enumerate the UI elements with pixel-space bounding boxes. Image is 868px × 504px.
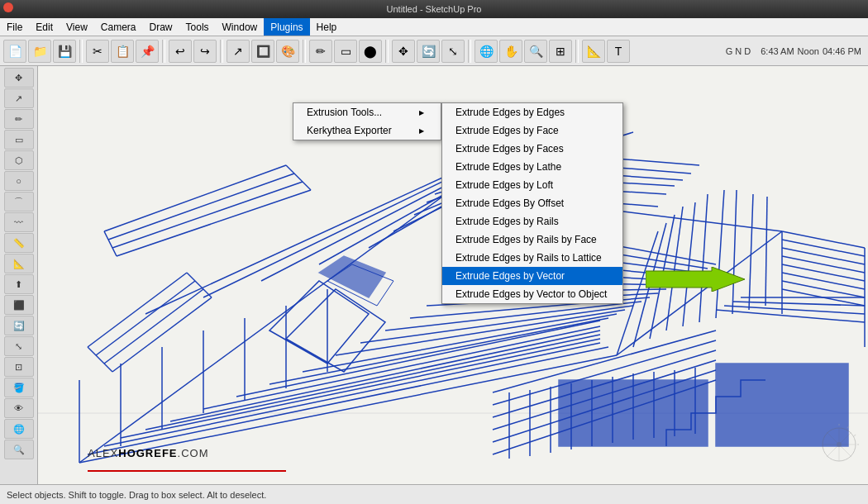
submenu-by-rails[interactable]: Extrude Edges by Rails bbox=[442, 212, 622, 231]
watermark-main: HOGREFE bbox=[118, 447, 177, 459]
submenu-by-faces[interactable]: Extrude Edges by Faces bbox=[442, 140, 622, 158]
toolbar-line[interactable]: ✏ bbox=[309, 40, 332, 63]
status-time2: Noon bbox=[798, 46, 819, 56]
toolbar-sep7 bbox=[575, 40, 579, 63]
toolbar-pan[interactable]: ✋ bbox=[499, 40, 522, 63]
tool-offset[interactable]: ⊡ bbox=[4, 357, 34, 377]
menu-draw[interactable]: Draw bbox=[143, 18, 179, 36]
watermark-prefix: ALEX bbox=[88, 447, 118, 459]
toolbar-undo[interactable]: ↩ bbox=[169, 40, 192, 63]
status-bar: Select objects. Shift to toggle. Drag to… bbox=[0, 484, 868, 504]
menu-help[interactable]: Help bbox=[310, 18, 344, 36]
submenu-by-loft[interactable]: Extrude Edges by Loft bbox=[442, 176, 622, 194]
toolbar-sep5 bbox=[385, 40, 389, 63]
submenu-by-lathe[interactable]: Extrude Edges by Lathe bbox=[442, 158, 622, 176]
toolbar-sep6 bbox=[468, 40, 471, 63]
toolbar-circle[interactable]: ⬤ bbox=[359, 40, 382, 63]
compass-watermark bbox=[818, 424, 860, 468]
plugins-dropdown[interactable]: Extrusion Tools... Kerkythea Exporter bbox=[293, 102, 441, 140]
tool-zoom[interactable]: 🔍 bbox=[4, 440, 34, 459]
menu-file[interactable]: File bbox=[0, 18, 29, 36]
tool-pencil[interactable]: ✏ bbox=[4, 109, 34, 129]
toolbar-sep4 bbox=[303, 40, 306, 63]
svg-line-117 bbox=[854, 435, 856, 436]
app-title: Untitled - SketchUp Pro bbox=[387, 4, 482, 14]
toolbar-paste[interactable]: 📌 bbox=[136, 40, 159, 63]
toolbar-rotate[interactable]: 🔄 bbox=[417, 40, 440, 63]
submenu-by-edges[interactable]: Extrude Edges by Edges bbox=[442, 103, 622, 121]
status-time1: 6:43 AM bbox=[761, 46, 794, 56]
tool-eye[interactable]: 👁 bbox=[4, 398, 34, 418]
watermark-suffix: .COM bbox=[178, 447, 209, 459]
tool-arrow[interactable]: ↗ bbox=[4, 88, 34, 108]
toolbar-text[interactable]: T bbox=[607, 40, 630, 63]
toolbar: 📄 📁 💾 ✂ 📋 📌 ↩ ↪ ↗ 🔲 🎨 ✏ ▭ ⬤ ✥ 🔄 ⤡ 🌐 ✋ 🔍 … bbox=[0, 36, 868, 66]
status-text: Select objects. Shift to toggle. Drag to… bbox=[7, 490, 266, 500]
toolbar-copy[interactable]: 📋 bbox=[111, 40, 134, 63]
menu-bar: File Edit View Camera Draw Tools Window … bbox=[0, 18, 868, 36]
toolbar-cut[interactable]: ✂ bbox=[86, 40, 109, 63]
submenu-by-vector[interactable]: Extrude Edges by Vector bbox=[442, 267, 622, 285]
tool-scale[interactable]: ⤡ bbox=[4, 336, 34, 356]
title-bar: Untitled - SketchUp Pro bbox=[0, 0, 868, 18]
watermark: ALEXHOGREFE.COM bbox=[88, 447, 209, 459]
tool-protractor[interactable]: 📐 bbox=[4, 254, 34, 273]
tool-polygon[interactable]: ⬡ bbox=[4, 150, 34, 170]
extrusion-submenu[interactable]: Extrude Edges by Edges Extrude Edges by … bbox=[441, 102, 623, 304]
tool-orbit[interactable]: 🌐 bbox=[4, 419, 34, 439]
tool-push-pull[interactable]: ⬆ bbox=[4, 274, 34, 294]
submenu-by-face[interactable]: Extrude Edges by Face bbox=[442, 121, 622, 140]
menu-window[interactable]: Window bbox=[216, 18, 265, 36]
toolbar-dimensions[interactable]: 📐 bbox=[582, 40, 605, 63]
submenu-by-vector-object[interactable]: Extrude Edges by Vector to Object bbox=[442, 285, 622, 303]
toolbar-components[interactable]: 🔲 bbox=[251, 40, 274, 63]
svg-line-116 bbox=[847, 426, 849, 428]
status-coords: G N D bbox=[726, 46, 751, 56]
status-time3: 04:46 PM bbox=[823, 46, 861, 56]
tool-move[interactable]: ⬛ bbox=[4, 295, 34, 315]
toolbar-open[interactable]: 📁 bbox=[28, 40, 51, 63]
menu-plugins[interactable]: Plugins bbox=[264, 18, 309, 36]
tool-arc[interactable]: ⌒ bbox=[4, 192, 34, 212]
tool-rotate[interactable]: 🔄 bbox=[4, 316, 34, 335]
toolbar-move[interactable]: ✥ bbox=[392, 40, 415, 63]
menu-view[interactable]: View bbox=[60, 18, 94, 36]
toolbar-materials[interactable]: 🎨 bbox=[276, 40, 299, 63]
svg-point-114 bbox=[837, 442, 842, 447]
toolbar-zoom[interactable]: 🔍 bbox=[524, 40, 547, 63]
main-area: ✥ ↗ ✏ ▭ ⬡ ○ ⌒ 〰 📏 📐 ⬆ ⬛ 🔄 ⤡ ⊡ 🪣 👁 🌐 🔍 bbox=[0, 66, 868, 484]
submenu-by-rails-face[interactable]: Extrude Edges by Rails by Face bbox=[442, 231, 622, 249]
menu-tools[interactable]: Tools bbox=[179, 18, 216, 36]
toolbar-save[interactable]: 💾 bbox=[53, 40, 76, 63]
toolbar-redo[interactable]: ↪ bbox=[193, 40, 217, 63]
menu-kerkythea[interactable]: Kerkythea Exporter bbox=[293, 121, 441, 140]
toolbar-scale[interactable]: ⤡ bbox=[441, 40, 465, 63]
toolbar-zoom-extents[interactable]: ⊞ bbox=[549, 40, 572, 63]
toolbar-sep2 bbox=[162, 40, 165, 63]
menu-extrusion-tools[interactable]: Extrusion Tools... bbox=[293, 103, 441, 121]
tool-tape[interactable]: 📏 bbox=[4, 233, 34, 253]
toolbar-sep1 bbox=[79, 40, 83, 63]
toolbar-sep3 bbox=[220, 40, 223, 63]
submenu-by-rails-lattice[interactable]: Extrude Edges by Rails to Lattice bbox=[442, 249, 622, 267]
viewport[interactable]: Extrusion Tools... Kerkythea Exporter Ex… bbox=[38, 66, 868, 484]
submenu-by-offset[interactable]: Extrude Edges By Offset bbox=[442, 194, 622, 212]
tool-paint[interactable]: 🪣 bbox=[4, 378, 34, 397]
tool-freehand[interactable]: 〰 bbox=[4, 212, 34, 232]
tool-circle[interactable]: ○ bbox=[4, 171, 34, 191]
tool-select[interactable]: ✥ bbox=[4, 68, 34, 88]
left-sidebar: ✥ ↗ ✏ ▭ ⬡ ○ ⌒ 〰 📏 📐 ⬆ ⬛ 🔄 ⤡ ⊡ 🪣 👁 🌐 🔍 bbox=[0, 66, 38, 484]
toolbar-select[interactable]: ↗ bbox=[227, 40, 250, 63]
toolbar-new[interactable]: 📄 bbox=[3, 40, 26, 63]
toolbar-rect[interactable]: ▭ bbox=[334, 40, 357, 63]
menu-edit[interactable]: Edit bbox=[29, 18, 60, 36]
tool-rect[interactable]: ▭ bbox=[4, 130, 34, 150]
toolbar-orbit[interactable]: 🌐 bbox=[475, 40, 498, 63]
menu-camera[interactable]: Camera bbox=[94, 18, 143, 36]
window-close-button[interactable] bbox=[3, 2, 13, 12]
